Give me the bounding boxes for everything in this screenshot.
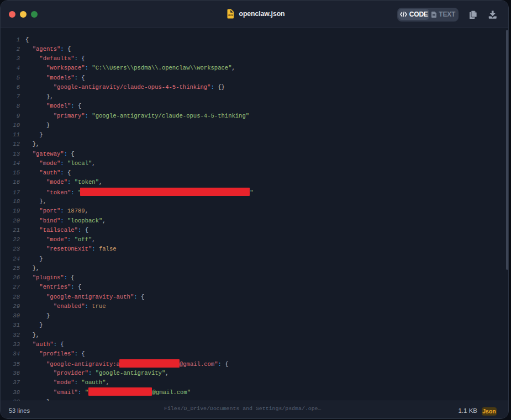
svg-text:JSON: JSON xyxy=(228,14,233,17)
